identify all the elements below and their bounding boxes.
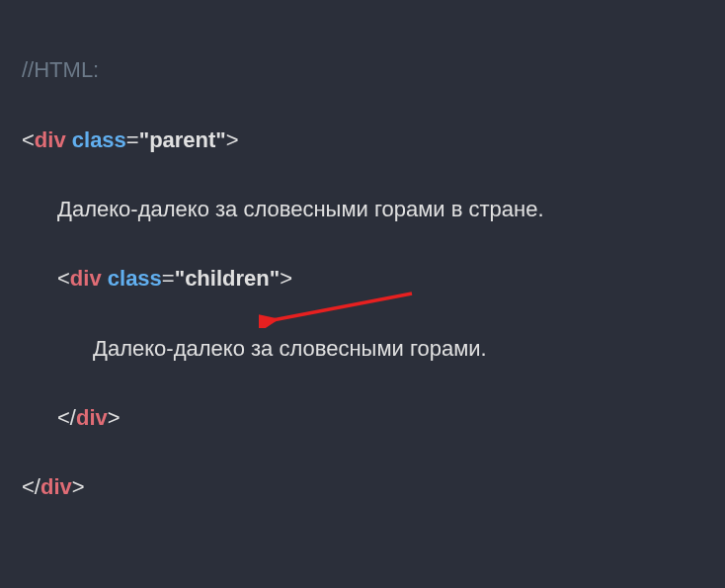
tag-div: div: [70, 266, 102, 291]
open-children-div-line: <div class="children">: [22, 261, 703, 295]
open-parent-div-line: <div class="parent">: [22, 123, 703, 157]
text-content-child-line: Далеко-далеко за словесными горами.: [22, 331, 703, 366]
attr-class: class: [108, 266, 162, 291]
indent: </div>: [22, 400, 121, 435]
bracket-open: <: [57, 266, 70, 291]
tag-div: div: [76, 405, 108, 430]
text-content: Далеко-далеко за словесными горами в стр…: [22, 192, 544, 226]
attr-value: "children": [175, 266, 280, 291]
code-block: //HTML: <div class="parent"> Далеко-дале…: [22, 18, 703, 588]
bracket-close: >: [280, 266, 292, 291]
bracket-close: >: [226, 127, 239, 152]
tag-div: div: [40, 474, 72, 499]
attr-class: class: [72, 127, 126, 152]
close-parent-div-line: </div>: [22, 469, 703, 504]
bracket-open: <: [22, 127, 35, 152]
text-content-line: Далеко-далеко за словесными горами в стр…: [22, 192, 703, 226]
equals: =: [126, 127, 139, 152]
html-comment-line: //HTML:: [22, 52, 703, 87]
bracket-close: >: [108, 405, 121, 430]
indent: <div class="children">: [22, 261, 292, 295]
bracket-close: >: [72, 474, 85, 499]
comment: //HTML:: [22, 57, 99, 82]
close-children-div-line: </div>: [22, 400, 703, 435]
text-content: Далеко-далеко за словесными горами.: [22, 331, 487, 366]
bracket-open: </: [57, 405, 76, 430]
attr-value: "parent": [139, 127, 226, 152]
equals: =: [162, 266, 175, 291]
blank-line: [22, 540, 703, 574]
bracket-open: </: [22, 474, 40, 499]
tag-div: div: [35, 127, 66, 152]
